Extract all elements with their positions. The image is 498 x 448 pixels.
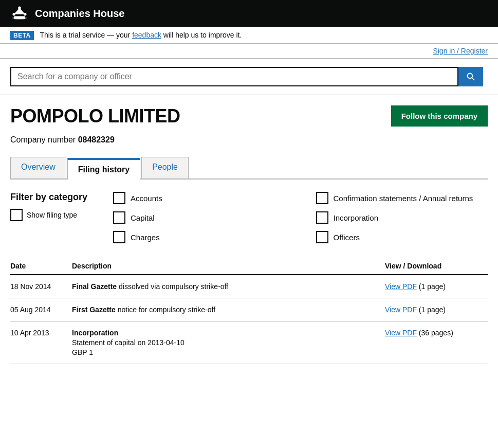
filter-checkbox-officers-label[interactable]: Officers <box>334 233 360 242</box>
show-filing-type: Show filing type <box>10 209 93 221</box>
col-date: Date <box>10 258 72 275</box>
view-pdf-link[interactable]: View PDF <box>385 282 417 291</box>
col-view: View / Download <box>385 258 488 275</box>
col-description: Description <box>72 258 385 275</box>
filter-checkbox-officers-input[interactable] <box>316 231 328 243</box>
crown-icon <box>10 4 29 23</box>
filter-checkbox-incorporation: Incorporation <box>316 211 488 224</box>
company-number-value: 08482329 <box>78 135 115 144</box>
table-row: 10 Apr 2013IncorporationStatement of cap… <box>10 321 488 364</box>
row-desc-sub: GBP 1 <box>72 348 385 356</box>
filter-checkbox-capital: Capital <box>113 211 285 224</box>
table-row: 18 Nov 2014Final Gazette dissolved via c… <box>10 275 488 298</box>
row-view: View PDF (36 pages) <box>385 321 488 364</box>
row-desc-bold: Incorporation <box>72 329 118 337</box>
svg-point-5 <box>24 13 26 15</box>
beta-text-after: will help us to improve it. <box>161 31 242 39</box>
search-input[interactable] <box>10 67 458 86</box>
row-description: IncorporationStatement of capital on 201… <box>72 321 385 364</box>
row-desc-bold: First Gazette <box>72 306 116 314</box>
tab-overview[interactable]: Overview <box>10 157 66 178</box>
search-form <box>10 67 483 86</box>
view-pdf-link[interactable]: View PDF <box>385 306 417 314</box>
svg-rect-1 <box>14 16 25 19</box>
filter-checkbox-charges-input[interactable] <box>113 231 125 243</box>
row-view: View PDF (1 page) <box>385 298 488 321</box>
company-title: POMPOLO LIMITED <box>10 105 180 127</box>
filter-checkbox-capital-label[interactable]: Capital <box>131 213 155 222</box>
view-pdf-link[interactable]: View PDF <box>385 329 417 337</box>
filter-checkbox-charges: Charges <box>113 231 285 243</box>
filter-checkbox-incorporation-label[interactable]: Incorporation <box>334 213 379 222</box>
filter-checkbox-officers: Officers <box>316 231 488 243</box>
beta-text: This is a trial service — your <box>40 31 132 39</box>
row-desc-sub: Statement of capital on 2013-04-10 <box>72 338 385 347</box>
row-view: View PDF (1 page) <box>385 275 488 298</box>
filter-checkbox-accounts-input[interactable] <box>113 192 125 204</box>
company-number: Company number 08482329 <box>10 135 488 145</box>
row-date: 05 Aug 2014 <box>10 298 72 321</box>
filter-left: Filter by category Show filing type <box>10 192 93 221</box>
svg-point-4 <box>13 13 15 15</box>
filter-section: Filter by category Show filing type Acco… <box>10 192 488 243</box>
filter-checkbox-confirmation-input[interactable] <box>316 192 328 204</box>
table-header-row: Date Description View / Download <box>10 258 488 275</box>
show-filing-type-label[interactable]: Show filing type <box>27 211 77 219</box>
row-desc-bold: Final Gazette <box>72 282 117 291</box>
filter-checkbox-capital-input[interactable] <box>113 211 125 224</box>
svg-line-7 <box>472 78 474 80</box>
main-content: POMPOLO LIMITED Follow this company Comp… <box>0 95 498 364</box>
filter-checkbox-accounts-label[interactable]: Accounts <box>131 194 162 203</box>
row-date: 18 Nov 2014 <box>10 275 72 298</box>
filter-checkboxes: Accounts Confirmation statements / Annua… <box>113 192 488 243</box>
filter-checkbox-charges-label[interactable]: Charges <box>131 233 160 242</box>
filter-checkbox-incorporation-input[interactable] <box>316 211 328 224</box>
filing-table: Date Description View / Download 18 Nov … <box>10 258 488 364</box>
sign-in-bar: Sign in / Register <box>0 44 498 59</box>
row-description: First Gazette notice for compulsory stri… <box>72 298 385 321</box>
site-logo: Companies House <box>10 4 124 23</box>
search-container <box>0 59 498 95</box>
filter-checkbox-confirmation: Confirmation statements / Annual returns <box>316 192 488 204</box>
table-row: 05 Aug 2014First Gazette notice for comp… <box>10 298 488 321</box>
follow-button[interactable]: Follow this company <box>391 105 488 127</box>
sign-in-link[interactable]: Sign in / Register <box>433 47 488 55</box>
feedback-link[interactable]: feedback <box>132 31 161 39</box>
filter-checkbox-confirmation-label[interactable]: Confirmation statements / Annual returns <box>334 194 473 203</box>
search-icon <box>467 71 475 82</box>
row-date: 10 Apr 2013 <box>10 321 72 364</box>
site-header: Companies House <box>0 0 498 27</box>
filter-checkbox-accounts: Accounts <box>113 192 285 204</box>
beta-tag: BETA <box>10 31 34 40</box>
beta-banner: BETA This is a trial service — your feed… <box>0 27 498 44</box>
filter-title: Filter by category <box>10 192 93 203</box>
company-header: POMPOLO LIMITED Follow this company <box>10 105 488 127</box>
row-description: Final Gazette dissolved via compulsory s… <box>72 275 385 298</box>
tab-people[interactable]: People <box>141 157 189 178</box>
search-button[interactable] <box>458 67 483 86</box>
site-title: Companies House <box>35 8 124 20</box>
svg-point-3 <box>18 7 21 9</box>
company-number-label: Company number <box>10 135 76 144</box>
tab-filing-history[interactable]: Filing history <box>67 158 140 180</box>
show-filing-type-checkbox[interactable] <box>10 209 23 221</box>
tabs: Overview Filing history People <box>10 157 488 180</box>
